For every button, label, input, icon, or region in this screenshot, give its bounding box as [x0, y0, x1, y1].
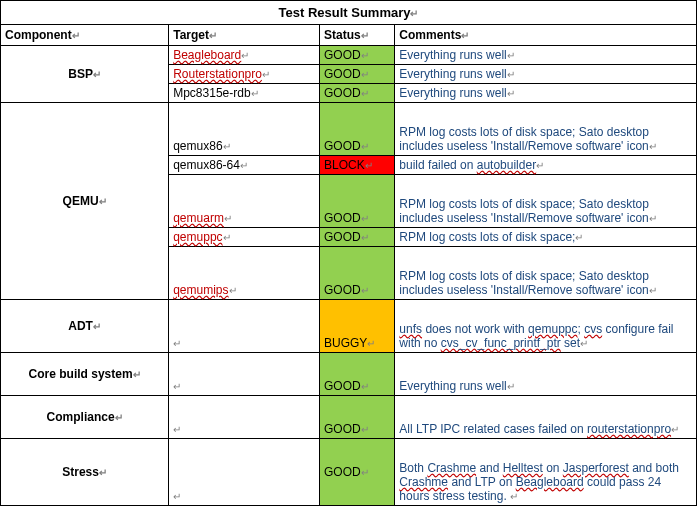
- comments-cell: RPM log costs lots of disk space; Sato d…: [395, 103, 697, 156]
- target-cell: ↵: [169, 439, 320, 506]
- comments-cell: All LTP IPC related cases failed on rout…: [395, 396, 697, 439]
- component-stress: Stress↵: [1, 439, 169, 506]
- table-row: Compliance↵ ↵ GOOD↵ All LTP IPC related …: [1, 396, 697, 439]
- component-bsp: BSP↵: [1, 46, 169, 103]
- table-title: Test Result Summary↵: [1, 1, 697, 25]
- table-row: Core build system↵ ↵ GOOD↵ Everything ru…: [1, 353, 697, 396]
- header-status: Status↵: [319, 25, 394, 46]
- status-cell: GOOD↵: [319, 175, 394, 228]
- comments-cell: RPM log costs lots of disk space;↵: [395, 228, 697, 247]
- status-cell: GOOD↵: [319, 103, 394, 156]
- status-cell: GOOD↵: [319, 84, 394, 103]
- target-cell: ↵: [169, 353, 320, 396]
- target-cell: Routerstationpro↵: [169, 65, 320, 84]
- status-cell: GOOD↵: [319, 46, 394, 65]
- table-title-row: Test Result Summary↵: [1, 1, 697, 25]
- table-header-row: Component↵ Target↵ Status↵ Comments↵: [1, 25, 697, 46]
- status-cell: GOOD↵: [319, 228, 394, 247]
- status-cell: GOOD↵: [319, 353, 394, 396]
- table-row: Stress↵ ↵ GOOD↵ Both Crashme and Helltes…: [1, 439, 697, 506]
- header-comments: Comments↵: [395, 25, 697, 46]
- status-cell: GOOD↵: [319, 396, 394, 439]
- component-adt: ADT↵: [1, 300, 169, 353]
- table-row: ADT↵ ↵ BUGGY↵ unfs does not work with qe…: [1, 300, 697, 353]
- component-core: Core build system↵: [1, 353, 169, 396]
- status-cell: GOOD↵: [319, 247, 394, 300]
- comments-cell: Everything runs well↵: [395, 84, 697, 103]
- test-result-table: Test Result Summary↵ Component↵ Target↵ …: [0, 0, 697, 506]
- target-cell: qemux86↵: [169, 103, 320, 156]
- component-compliance: Compliance↵: [1, 396, 169, 439]
- target-cell: ↵: [169, 396, 320, 439]
- component-qemu: QEMU↵: [1, 103, 169, 300]
- table-row: QEMU↵ qemux86↵ GOOD↵ RPM log costs lots …: [1, 103, 697, 156]
- status-cell: GOOD↵: [319, 65, 394, 84]
- target-cell: qemux86-64↵: [169, 156, 320, 175]
- target-cell: Mpc8315e-rdb↵: [169, 84, 320, 103]
- target-cell: qemuarm↵: [169, 175, 320, 228]
- comments-cell: Everything runs well↵: [395, 353, 697, 396]
- target-cell: ↵: [169, 300, 320, 353]
- status-cell: BUGGY↵: [319, 300, 394, 353]
- comments-cell: Everything runs well↵: [395, 46, 697, 65]
- header-component: Component↵: [1, 25, 169, 46]
- comments-cell: Everything runs well↵: [395, 65, 697, 84]
- status-cell: GOOD↵: [319, 439, 394, 506]
- comments-cell: Both Crashme and Helltest on Jasperfores…: [395, 439, 697, 506]
- target-cell: qemuppc↵: [169, 228, 320, 247]
- comments-cell: unfs does not work with qemuppc; cvs con…: [395, 300, 697, 353]
- comments-cell: RPM log costs lots of disk space; Sato d…: [395, 247, 697, 300]
- comments-cell: build failed on autobuilder↵: [395, 156, 697, 175]
- target-cell: Beagleboard↵: [169, 46, 320, 65]
- header-target: Target↵: [169, 25, 320, 46]
- table-row: BSP↵ Beagleboard↵ GOOD↵ Everything runs …: [1, 46, 697, 65]
- comments-cell: RPM log costs lots of disk space; Sato d…: [395, 175, 697, 228]
- target-cell: qemumips↵: [169, 247, 320, 300]
- status-cell: BLOCK↵: [319, 156, 394, 175]
